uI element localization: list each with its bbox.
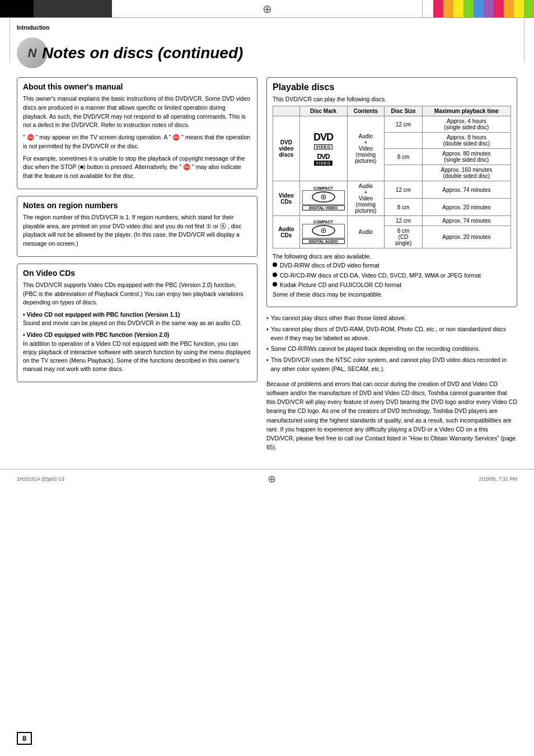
top-bar-right — [422, 0, 534, 17]
disc-table: Disc Mark Contents Disc Size Maximum pla… — [273, 106, 511, 248]
th-disc-mark: Disc Mark — [299, 106, 347, 116]
digital-video-label: DIGITAL VIDEO — [302, 205, 345, 210]
dvd-logo-small-box: DVD VIDEO — [314, 153, 332, 166]
dvd-time-4: Approx. 160 minutes(double sided disc) — [422, 165, 510, 181]
th-disc-size: Disc Size — [385, 106, 422, 116]
acd-disc-svg — [311, 225, 336, 236]
about-box-title: About this owner's manual — [23, 82, 251, 91]
dvd-small-label: VIDEO — [314, 161, 332, 166]
vcd-logo-box: COMPACT ​ — [302, 186, 345, 210]
also-available-section: The following discs are also available. … — [273, 253, 511, 298]
page-footer: 2H20101A (E)p02-13 ⊕ 2/10/05, 7:31 PM — [0, 469, 534, 489]
video-cd-item1: • Video CD not equipped with PBC functio… — [23, 311, 251, 327]
footer-right-label: 2/10/05, 7:31 PM — [479, 476, 517, 482]
video-cd-intro: This DVD/VCR supports Video CDs equipped… — [23, 281, 251, 374]
video-cd-item2-body: In addition to operation of a Video CD n… — [23, 340, 250, 373]
note-4: •This DVD/VCR uses the NTSC color system… — [266, 356, 517, 374]
dvd-video-label: VIDEO — [314, 144, 332, 149]
top-bar-left — [0, 0, 112, 17]
note-dot-3: • — [266, 345, 269, 354]
bullet-item-1: DVD-R/RW discs of DVD video format — [273, 261, 511, 270]
compact-label-audio: COMPACT — [302, 220, 345, 224]
th-category — [273, 106, 300, 116]
disc-table-header-row: Disc Mark Contents Disc Size Maximum pla… — [273, 106, 511, 116]
acd-row-1: AudioCDs COMPACT — [273, 216, 511, 226]
svg-point-2 — [322, 196, 324, 198]
acd-disc-graphic — [302, 224, 345, 238]
dvd-row-1: DVDvideodiscs DVD VIDEO DVD VIDEO — [273, 116, 511, 133]
dvd-small-text: DVD — [314, 153, 332, 161]
note-dot-1: • — [266, 314, 269, 323]
dvd-logo-box: DVD VIDEO DVD VIDEO — [302, 132, 345, 166]
page-title: Notes on discs (continued) — [42, 44, 243, 62]
digital-audio-label: DIGITAL AUDIO — [302, 239, 345, 244]
region-box-title: Notes on region numbers — [23, 201, 251, 210]
bullet-circle-1 — [273, 262, 277, 267]
footer-crosshair-icon: ⊕ — [268, 473, 276, 485]
color-bar — [433, 0, 534, 17]
dvd-contents: Audio+Video(movingpictures) — [347, 116, 385, 181]
compact-label: COMPACT — [302, 186, 345, 190]
note-2: •You cannot play discs of DVD-RAM, DVD-R… — [266, 325, 517, 343]
vcd-disc-mark: COMPACT ​ — [299, 181, 347, 216]
section-label: Introduction — [17, 22, 517, 32]
acd-disc-mark: COMPACT DIGITAL AUDIO — [299, 216, 347, 248]
page-number: 8 — [17, 732, 32, 745]
acd-category: AudioCDs — [273, 216, 300, 248]
region-box-body: The region number of this DVD/VCR is 1. … — [23, 213, 251, 248]
th-contents: Contents — [347, 106, 385, 116]
page-title-area: N Notes on discs (continued) — [17, 37, 517, 68]
also-available-label: The following discs are also available. — [273, 253, 511, 260]
vcd-time-2: Approx. 20 minutes — [422, 199, 510, 216]
playable-discs-title: Playable discs — [273, 82, 511, 92]
region-para: The region number of this DVD/VCR is 1. … — [23, 213, 251, 248]
crosshair-icon: ⊕ — [263, 2, 272, 16]
dvd-size-12cm: 12 cm — [385, 116, 422, 133]
playable-discs-box: Playable discs This DVD/VCR can play the… — [266, 77, 517, 307]
top-bar-center: ⊕ — [112, 0, 422, 17]
vcd-category: VideoCDs — [273, 181, 300, 216]
region-numbers-box: Notes on region numbers The region numbe… — [17, 196, 257, 257]
bullet-circle-3 — [273, 282, 277, 287]
incompatible-note: Some of these discs may be incompatible. — [273, 291, 511, 298]
playable-discs-intro: This DVD/VCR can play the following disc… — [273, 96, 511, 102]
bullet-circle-2 — [273, 273, 277, 277]
dvd-time-1: Approx. 4 hours(single sided disc) — [422, 116, 510, 133]
note-dot-4: • — [266, 356, 269, 365]
closing-paragraph: Because of problems and errors that can … — [266, 379, 517, 452]
vcd-contents: Audio+Video(movingpictures) — [347, 181, 385, 216]
dvd-size-8cm: 8 cm — [385, 149, 422, 165]
vcd-disc-svg: ​ — [311, 191, 336, 203]
note-dot-2: • — [266, 325, 269, 334]
bullet-text-3: Kodak Picture CD and FUJICOLOR CD format — [280, 281, 401, 289]
note-1: •You cannot play discs other than those … — [266, 314, 517, 323]
bullet-text-1: DVD-R/RW discs of DVD video format — [280, 261, 380, 270]
video-cd-item1-body: Sound and movie can be played on this DV… — [23, 320, 242, 326]
dvd-category: DVDvideodiscs — [273, 116, 300, 181]
about-box-body: This owner's manual explains the basic i… — [23, 95, 251, 181]
acd-size-12cm: 12 cm — [385, 216, 422, 226]
vcd-row-1: VideoCDs COMPACT — [273, 181, 511, 199]
bullet-item-2: CD-R/CD-RW discs of CD-DA, Video CD, SVC… — [273, 271, 511, 280]
left-column: About this owner's manual This owner's m… — [17, 77, 257, 452]
acd-contents: Audio — [347, 216, 385, 248]
vcd-size-8cm: 8 cm — [385, 199, 422, 216]
title-circle-letter: N — [28, 46, 37, 60]
dvd-size-empty1 — [385, 133, 422, 149]
acd-time-1: Approx. 74 minutes — [422, 216, 510, 226]
dvd-time-3: Approx. 80 minutes(single sided disc) — [422, 149, 510, 165]
top-bar-black-block — [0, 0, 34, 17]
th-max-time: Maximum playback time — [422, 106, 510, 116]
footer-left-label: 2H20101A (E)p02-13 — [17, 476, 64, 482]
acd-time-2: Approx. 20 minutes — [422, 226, 510, 248]
svg-point-7 — [322, 230, 324, 232]
page-number-box: 8 — [17, 732, 32, 745]
top-bar: ⊕ — [0, 0, 534, 18]
video-cd-intro-text: This DVD/VCR supports Video CDs equipped… — [23, 281, 251, 307]
video-cd-box-title: On Video CDs — [23, 269, 251, 278]
on-video-cds-box: On Video CDs This DVD/VCR supports Video… — [17, 264, 257, 382]
page-content: About this owner's manual This owner's m… — [0, 77, 534, 463]
about-para2: " ⛔ " may appear on the TV screen during… — [23, 133, 251, 151]
vcd-time-1: Approx. 74 minutes — [422, 181, 510, 199]
two-column-layout: About this owner's manual This owner's m… — [17, 77, 517, 452]
